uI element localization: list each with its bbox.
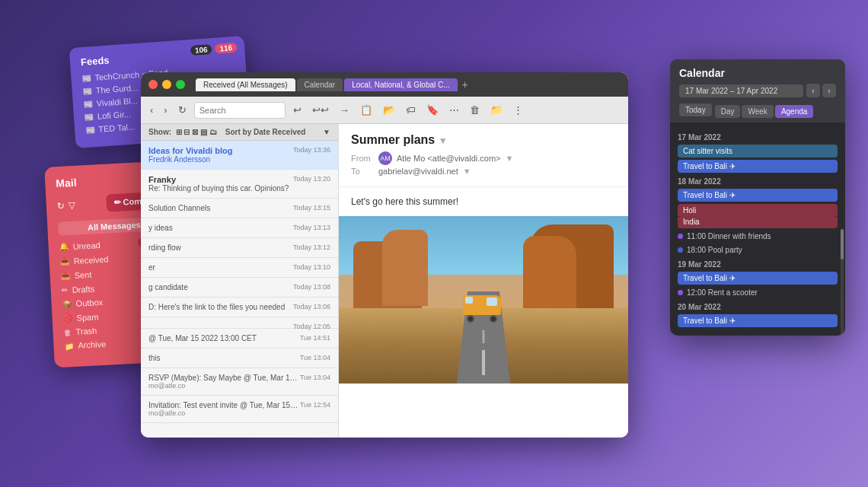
email-body-text: Let's go here this summer! bbox=[339, 187, 628, 216]
email-greeting: Let's go here this summer! bbox=[351, 196, 458, 207]
calendar-tab-day[interactable]: Day bbox=[715, 105, 741, 118]
filter-icon[interactable]: ▽ bbox=[69, 199, 76, 210]
list-item[interactable]: Tue 12:54 Invitation: Test event invite … bbox=[141, 396, 338, 423]
email-time: Tue 13:04 bbox=[300, 374, 330, 381]
email-time: Tue 12:54 bbox=[300, 401, 330, 409]
list-item[interactable]: Today 13:36 Ideas for Vivaldi blog Fredr… bbox=[141, 141, 338, 170]
dot-icon bbox=[678, 234, 683, 239]
list-item[interactable]: Today 13:08 g candidate bbox=[141, 278, 338, 298]
drafts-icon: ✏ bbox=[61, 285, 68, 294]
refresh-button[interactable]: ↻ bbox=[175, 103, 190, 117]
calendar-panel: Calendar 17 Mar 2022 – 17 Apr 2022 ‹ › T… bbox=[670, 59, 845, 336]
calendar-event-dot[interactable]: 11:00 Dinner with friends bbox=[678, 231, 838, 242]
dot-icon bbox=[678, 247, 683, 253]
list-item[interactable]: Today 13:12 rding flow bbox=[141, 238, 338, 258]
mail-action-5[interactable]: 📂 bbox=[380, 103, 398, 117]
calendar-event[interactable]: Holi bbox=[678, 204, 838, 217]
list-item[interactable]: Today 13:06 D: Here's the link to the fi… bbox=[141, 298, 338, 317]
mail-action-more[interactable]: ⋮ bbox=[510, 103, 526, 117]
spam-icon: 🚫 bbox=[62, 314, 72, 323]
tab-calendar[interactable]: Calendar bbox=[297, 78, 343, 91]
rss-icon: 📰 bbox=[83, 100, 93, 109]
dropdown-icon[interactable]: ▼ bbox=[439, 135, 448, 146]
email-time: Today 13:36 bbox=[293, 146, 330, 154]
email-subject: rding flow bbox=[148, 244, 293, 252]
list-item[interactable]: Today 13:13 y ideas bbox=[141, 218, 338, 238]
email-subject: RSVP (Maybe): Say Maybe @ Tue, Mar 15 20… bbox=[148, 374, 300, 382]
email-time: Today 13:10 bbox=[293, 263, 330, 271]
tab-received[interactable]: Received (All Messages) bbox=[196, 78, 295, 91]
email-time: Tue 14:51 bbox=[300, 334, 330, 342]
van-body bbox=[463, 295, 501, 315]
calendar-event-rent-scooter[interactable]: 12:00 Rent a scooter bbox=[678, 287, 838, 298]
road-marking2 bbox=[483, 330, 485, 344]
mail-action-6[interactable]: 🏷 bbox=[403, 103, 419, 117]
mail-label-unread: Unread bbox=[72, 238, 134, 250]
back-button[interactable]: ‹ bbox=[147, 103, 156, 117]
email-time: Today 13:12 bbox=[293, 244, 330, 251]
expand-icon[interactable]: ▼ bbox=[463, 167, 471, 176]
calendar-next-button[interactable]: › bbox=[822, 84, 836, 97]
van-window bbox=[487, 298, 497, 306]
mail-action-2[interactable]: ↩↩ bbox=[309, 103, 332, 117]
email-time: Today 13:06 bbox=[293, 303, 330, 310]
show-icons[interactable]: ⊞ ⊟ ⊠ ▤ 🗂 bbox=[176, 128, 217, 136]
calendar-event[interactable]: Travel to Bali ✈ bbox=[678, 272, 838, 285]
recipient-email: gabrielav@vivaldi.net bbox=[378, 167, 458, 176]
list-item[interactable]: Today 13:15 Solution Channels bbox=[141, 199, 338, 218]
calendar-today-button[interactable]: Today bbox=[679, 103, 712, 116]
email-subsender: mo@atle.co bbox=[148, 382, 330, 390]
scrollbar-thumb[interactable] bbox=[841, 229, 844, 259]
feeds-badge-1: 106 bbox=[190, 44, 212, 56]
feeds-badge-2: 116 bbox=[215, 43, 238, 54]
trash-icon: 🗑 bbox=[63, 328, 72, 337]
sent-icon: 📤 bbox=[60, 271, 70, 280]
tab-news[interactable]: Local, National, & Global C... bbox=[344, 78, 457, 91]
email-toolbar: ‹ › ↻ ↩ ↩↩ → 📋 📂 🏷 🔖 ⋯ 🗑 📁 ⋮ bbox=[141, 97, 628, 124]
road-marking bbox=[482, 350, 485, 375]
calendar-event[interactable]: Cat sitter visits bbox=[678, 145, 838, 158]
list-item[interactable]: Tue 13:04 this bbox=[141, 349, 338, 368]
mail-action-7[interactable]: 🔖 bbox=[423, 103, 442, 117]
search-input[interactable] bbox=[194, 102, 286, 119]
rss-icon: 📰 bbox=[85, 113, 94, 122]
calendar-event[interactable]: Travel to Bali ✈ bbox=[678, 160, 838, 173]
maximize-button[interactable] bbox=[176, 80, 185, 89]
calendar-tab-agenda[interactable]: Agenda bbox=[775, 105, 813, 118]
expand-icon[interactable]: ▼ bbox=[506, 154, 514, 163]
email-time: Today 13:08 bbox=[293, 283, 330, 291]
calendar-event[interactable]: Travel to Bali ✈ bbox=[678, 189, 838, 202]
calendar-title: Calendar bbox=[679, 67, 836, 79]
list-item[interactable]: Today 13:20 Franky Re: Thinking of buyin… bbox=[141, 170, 338, 199]
list-item[interactable]: Today 12:05 bbox=[141, 317, 338, 329]
archive-icon: 📁 bbox=[64, 342, 74, 351]
from-label: From bbox=[351, 154, 374, 163]
email-subject: y ideas bbox=[148, 224, 293, 232]
mail-action-archive[interactable]: 📁 bbox=[487, 103, 506, 117]
sort-toggle[interactable]: ▼ bbox=[323, 128, 330, 136]
mail-action-4[interactable]: 📋 bbox=[357, 103, 375, 117]
mail-action-delete[interactable]: 🗑 bbox=[467, 103, 483, 117]
list-item[interactable]: Tue 14:51 @ Tue, Mar 15 2022 13:00 CET bbox=[141, 329, 338, 349]
mail-action-1[interactable]: ↩ bbox=[290, 103, 305, 117]
van bbox=[463, 295, 501, 320]
minimize-button[interactable] bbox=[162, 80, 171, 89]
new-tab-button[interactable]: + bbox=[462, 78, 468, 91]
calendar-event-dot[interactable]: 18:00 Pool party bbox=[678, 244, 838, 256]
close-button[interactable] bbox=[148, 80, 158, 89]
refresh-icon[interactable]: ↻ bbox=[57, 200, 65, 212]
rock-left2 bbox=[382, 230, 428, 306]
calendar-tab-week[interactable]: Week bbox=[742, 105, 773, 118]
dot-icon bbox=[678, 290, 683, 295]
email-titlebar: Received (All Messages) Calendar Local, … bbox=[141, 72, 628, 97]
calendar-range-row: 17 Mar 2022 – 17 Apr 2022 ‹ › bbox=[679, 84, 836, 97]
calendar-event-sub[interactable]: India bbox=[678, 217, 838, 228]
mail-action-3[interactable]: → bbox=[337, 103, 353, 117]
list-item[interactable]: Today 13:10 er bbox=[141, 258, 338, 278]
forward-button[interactable]: › bbox=[161, 103, 170, 117]
list-item[interactable]: Tue 13:04 RSVP (Maybe): Say Maybe @ Tue,… bbox=[141, 368, 338, 396]
calendar-prev-button[interactable]: ‹ bbox=[806, 84, 820, 97]
received-icon: 📥 bbox=[59, 256, 69, 266]
calendar-event[interactable]: Travel to Bali ✈ bbox=[678, 314, 838, 327]
mail-action-8[interactable]: ⋯ bbox=[446, 103, 462, 117]
